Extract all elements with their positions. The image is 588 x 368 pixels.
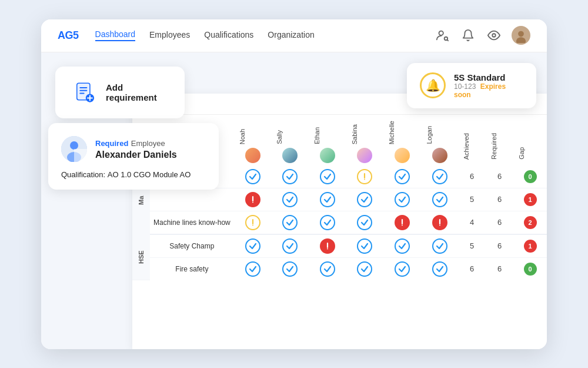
nav-link-dashboard[interactable]: Dashboard [95,29,136,41]
svg-point-17 [364,178,365,180]
status-cell [234,257,272,280]
status-cell [234,165,272,188]
5s-standard-card: 🔔 5S Standard 10-123 Expires soon [407,63,536,108]
navbar: AG5 Dashboard Employees Qualifications O… [41,19,547,52]
std-title: 5S Standard [454,72,523,82]
emp-col-sally: Sally [271,115,309,165]
achieved-value: 4 [458,211,486,234]
check-icon [395,169,410,184]
gap-badge: 0 [524,170,537,183]
nav-link-organization[interactable]: Organization [268,30,314,41]
check-icon [245,238,260,254]
achieved-value: 6 [458,257,486,280]
user-avatar[interactable] [512,26,530,45]
check-icon [320,169,335,184]
check-icon [282,215,298,230]
required-value: 6 [486,165,513,188]
status-cell [234,188,272,211]
gap-badge: 0 [524,263,537,276]
required-value: 6 [486,211,513,234]
gap-badge: 2 [524,216,537,229]
bell-icon[interactable] [460,27,476,44]
gap-badge: 1 [524,193,537,206]
status-cell [346,188,384,211]
gap-value: 2 [513,211,547,234]
emp-col-sabina: Sabina [346,115,384,165]
status-cell [309,234,346,258]
add-requirement-card[interactable]: Add requirement [55,67,185,118]
emp-name-noah: Noah [238,125,247,148]
check-icon [357,215,372,230]
req-emp-top: Required Employee Alexander Daniels [61,136,202,162]
check-icon [357,261,372,277]
gap-col-header: Gap [513,115,547,165]
check-icon [282,169,298,184]
eye-icon[interactable] [486,27,502,44]
gap-value: 1 [513,188,547,211]
std-code: 10-123 [454,82,476,91]
qual-label: Qualification: [61,170,105,179]
emp-col-michelle: Michelle [383,115,421,165]
svg-point-20 [402,224,403,226]
error-icon [432,215,447,230]
status-cell [346,234,384,258]
status-cell [234,211,272,234]
required-label-th: Required [489,130,499,163]
error-icon [320,238,335,254]
required-value: 6 [486,234,513,258]
svg-point-5 [518,31,524,37]
logo[interactable]: AG5 [58,29,79,42]
check-icon [395,192,410,207]
nav-links: Dashboard Employees Qualifications Organ… [95,29,417,41]
check-icon [245,169,260,184]
skill-name: Safety Champ [150,234,234,258]
status-cell [346,257,384,280]
required-label: Required [95,139,128,148]
status-cell [309,211,346,234]
user-search-icon[interactable] [434,27,450,44]
emp-name-sabina: Sabina [350,121,359,148]
req-emp-avatar [61,136,87,162]
check-icon [320,261,335,277]
check-icon [432,169,447,184]
gap-value: 1 [513,234,547,258]
status-cell [421,257,459,280]
svg-line-2 [447,40,448,41]
qual-value: AO 1.0 CGO Module AO [108,170,191,179]
emp-col-logan: Logan [421,115,459,165]
emp-col-noah: Noah [234,115,272,165]
nav-link-employees[interactable]: Employees [149,30,190,41]
nav-link-qualifications[interactable]: Qualifications [204,30,253,41]
status-cell [383,211,421,234]
req-emp-title-line: Required Employee [95,138,177,148]
required-value: 6 [486,188,513,211]
app-window: AG5 Dashboard Employees Qualifications O… [41,19,547,349]
status-cell [383,234,421,258]
std-sub: 10-123 Expires soon [454,82,523,99]
table-row: Machine lines know-how 462 [132,211,547,234]
warn-icon [245,215,260,230]
req-emp-title-block: Required Employee Alexander Daniels [95,138,177,160]
status-cell [421,165,459,188]
status-cell [346,211,384,234]
status-cell [421,211,459,234]
status-cell [309,165,346,188]
section-label: HSE [132,234,150,280]
check-icon [357,238,372,254]
check-icon [245,261,260,277]
status-cell [309,257,346,280]
svg-point-22 [327,248,328,249]
gap-label: Gap [517,144,526,163]
status-cell [421,188,459,211]
status-cell [346,165,384,188]
nav-icons [434,26,530,45]
svg-point-18 [252,201,253,203]
error-icon [395,215,410,230]
skill-name [150,188,234,211]
emp-name-sally: Sally [275,127,284,148]
check-icon [432,238,447,254]
status-cell [271,211,309,234]
check-icon [320,215,335,230]
achieved-value: 5 [458,188,486,211]
table-row: HSESafety Champ 561 [132,234,547,258]
